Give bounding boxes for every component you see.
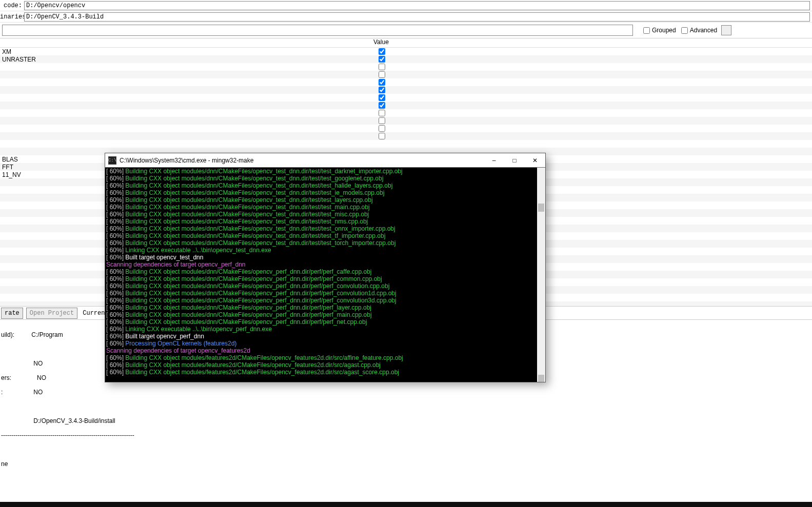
cmd-line: [ 60%] Building CXX object modules/dnn/C… (106, 311, 536, 318)
cmd-line: [ 60%] Building CXX object modules/featu… (106, 354, 536, 361)
table-cell-value[interactable] (371, 48, 392, 55)
option-checkbox[interactable] (379, 117, 385, 124)
cmd-line: [ 60%] Building CXX object modules/dnn/C… (106, 290, 536, 297)
table-cell-value[interactable] (371, 125, 392, 132)
table-header-value[interactable]: Value (371, 38, 389, 47)
binaries-path-row: inaries: (0, 11, 812, 23)
source-code-input[interactable] (24, 1, 810, 10)
table-cell-value[interactable] (371, 64, 392, 70)
table-row[interactable] (0, 132, 812, 140)
cmd-line: [ 60%] Building CXX object modules/dnn/C… (106, 232, 536, 239)
cmd-line: [ 60%] Building CXX object modules/dnn/C… (106, 304, 536, 311)
cmd-line: [ 60%] Building CXX object modules/dnn/C… (106, 218, 536, 225)
source-path-row: code: (0, 0, 812, 11)
option-checkbox[interactable] (379, 71, 385, 78)
cmd-line: [ 60%] Building CXX object modules/dnn/C… (106, 182, 536, 189)
close-button[interactable]: ✕ (525, 153, 545, 168)
table-row[interactable] (0, 125, 812, 132)
option-checkbox[interactable] (379, 133, 385, 139)
table-cell-value[interactable] (371, 87, 392, 93)
cmd-scroll-thumb[interactable] (538, 375, 544, 382)
table-cell-value[interactable] (371, 71, 392, 78)
output-line: D:/OpenCV_3.4.3-Build/install (1, 417, 811, 424)
cmd-icon: C:\ (108, 156, 116, 165)
cmd-line: [ 60%] Building CXX object modules/dnn/C… (106, 189, 536, 196)
cmd-scroll-thumb[interactable] (538, 204, 544, 212)
cmd-line: Scanning dependencies of target opencv_f… (106, 347, 536, 354)
search-input[interactable] (2, 25, 633, 36)
table-header: Value (0, 38, 812, 48)
binaries-input[interactable] (24, 12, 810, 22)
option-checkbox[interactable] (379, 56, 385, 63)
table-row[interactable] (0, 109, 812, 117)
table-cell-value[interactable] (371, 117, 392, 124)
cmd-line: [ 60%] Building CXX object modules/dnn/C… (106, 196, 536, 204)
cmd-titlebar[interactable]: C:\ C:\Windows\System32\cmd.exe - mingw3… (105, 153, 545, 168)
cmd-line: [ 60%] Building CXX object modules/dnn/C… (106, 225, 536, 232)
table-row[interactable] (0, 63, 812, 71)
table-row[interactable] (0, 140, 812, 148)
taskbar[interactable] (0, 502, 812, 507)
output-line (1, 446, 811, 453)
cmd-line: [ 60%] Built target opencv_test_dnn (106, 254, 536, 261)
table-cell-value[interactable] (371, 133, 392, 139)
source-code-label: code: (0, 2, 24, 9)
cmd-line: [ 60%] Building CXX object modules/dnn/C… (106, 297, 536, 304)
table-row[interactable]: XM (0, 48, 812, 55)
table-cell-value[interactable] (371, 94, 392, 101)
filter-row: Grouped Advanced (0, 23, 812, 38)
output-line: ne (1, 460, 811, 468)
cmd-line: [ 60%] Building CXX object modules/dnn/C… (106, 204, 536, 211)
table-cell-name[interactable]: XM (0, 48, 371, 55)
cmd-line: [ 60%] Building CXX object modules/dnn/C… (106, 239, 536, 247)
option-checkbox[interactable] (379, 79, 385, 86)
cmd-window[interactable]: C:\ C:\Windows\System32\cmd.exe - mingw3… (105, 153, 546, 382)
option-checkbox[interactable] (379, 87, 385, 93)
output-line (1, 403, 811, 410)
table-row[interactable] (0, 94, 812, 102)
cmd-line: [ 60%] Building CXX object modules/dnn/C… (106, 175, 536, 182)
table-row[interactable]: UNRASTER (0, 55, 812, 63)
table-row[interactable] (0, 86, 812, 94)
table-cell-name[interactable]: UNRASTER (0, 56, 371, 63)
table-row[interactable] (0, 102, 812, 109)
cmd-line: [ 60%] Processing OpenCL kernels (featur… (106, 340, 536, 347)
cmd-line: [ 60%] Building CXX object modules/featu… (106, 361, 536, 369)
grouped-checkbox-wrap[interactable]: Grouped (643, 27, 676, 34)
option-checkbox[interactable] (379, 94, 385, 101)
cmd-line: [ 60%] Building CXX object modules/dnn/C… (106, 318, 536, 326)
table-row[interactable] (0, 71, 812, 78)
add-entry-button[interactable] (721, 25, 731, 35)
grouped-checkbox[interactable] (643, 27, 650, 34)
cmd-scrollbar[interactable] (537, 168, 545, 382)
table-cell-value[interactable] (371, 56, 392, 63)
cmd-line: [ 60%] Linking CXX executable ..\..\bin\… (106, 326, 536, 333)
advanced-label: Advanced (690, 27, 717, 34)
cmd-line: [ 60%] Building CXX object modules/dnn/C… (106, 168, 536, 175)
advanced-checkbox[interactable] (681, 27, 688, 34)
maximize-button[interactable]: □ (504, 153, 525, 168)
option-checkbox[interactable] (379, 64, 385, 70)
table-row[interactable] (0, 117, 812, 125)
option-checkbox[interactable] (379, 110, 385, 116)
option-checkbox[interactable] (379, 102, 385, 109)
advanced-checkbox-wrap[interactable]: Advanced (681, 27, 717, 34)
minimize-button[interactable]: – (484, 153, 504, 168)
generate-button[interactable]: rate (1, 308, 23, 319)
cmd-output[interactable]: [ 60%] Building CXX object modules/dnn/C… (105, 168, 537, 382)
table-header-name[interactable] (0, 38, 371, 47)
binaries-label: inaries: (0, 13, 24, 21)
table-cell-value[interactable] (371, 110, 392, 116)
open-project-button[interactable]: Open Project (26, 308, 77, 319)
cmd-line: [ 60%] Built target opencv_perf_dnn (106, 333, 536, 340)
output-line: : NO (1, 389, 811, 396)
option-checkbox[interactable] (379, 48, 385, 55)
table-cell-value[interactable] (371, 102, 392, 109)
cmd-line: [ 60%] Building CXX object modules/dnn/C… (106, 211, 536, 218)
cmd-line: [ 60%] Building CXX object modules/dnn/C… (106, 282, 536, 290)
cmd-line: Scanning dependencies of target opencv_p… (106, 261, 536, 268)
grouped-label: Grouped (652, 27, 676, 34)
option-checkbox[interactable] (379, 125, 385, 132)
table-row[interactable] (0, 78, 812, 86)
table-cell-value[interactable] (371, 79, 392, 86)
